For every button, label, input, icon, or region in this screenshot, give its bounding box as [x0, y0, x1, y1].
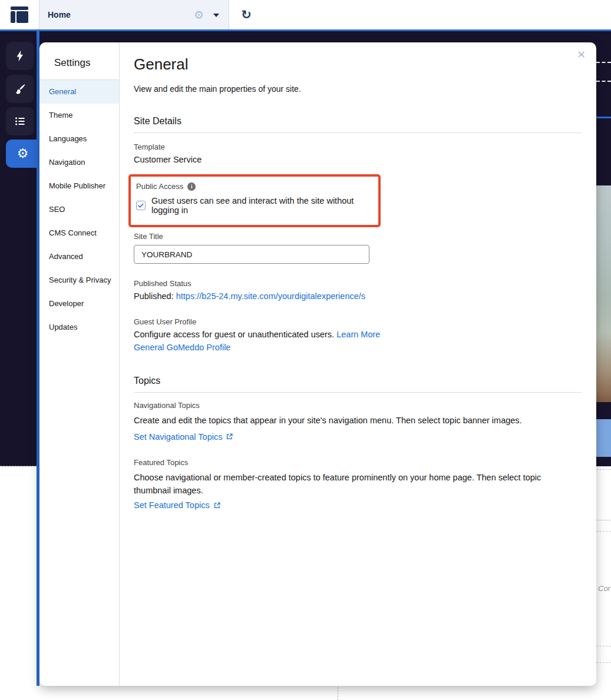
page-settings-gear-icon[interactable]: ⚙ — [194, 0, 204, 29]
preview-guide-line — [596, 469, 611, 470]
components-button[interactable] — [6, 42, 34, 70]
section-divider — [134, 392, 582, 393]
guest-profile-description: Configure access for guest or unauthenti… — [134, 330, 334, 339]
guest-profile-link[interactable]: General GoMeddo Profile — [134, 343, 230, 352]
settings-panel: Settings General Theme Languages Navigat… — [39, 42, 596, 686]
preview-dropzone-line — [596, 81, 611, 82]
chevron-down-icon[interactable] — [213, 14, 219, 17]
sidebar-item-mobile-publisher[interactable]: Mobile Publisher — [39, 174, 119, 198]
learn-more-link[interactable]: Learn More — [336, 330, 380, 339]
guest-user-profile-label: Guest User Profile — [134, 317, 582, 326]
close-icon[interactable]: ✕ — [577, 49, 586, 60]
settings-title: Settings — [39, 42, 119, 79]
page-subtitle: View and edit the main properties of you… — [134, 84, 582, 94]
public-access-checkbox[interactable] — [136, 201, 146, 210]
theme-button[interactable] — [6, 75, 34, 103]
public-access-checkbox-label: Guest users can see and interact with th… — [151, 196, 378, 215]
navigational-topics-label: Navigational Topics — [134, 401, 582, 410]
topics-heading: Topics — [134, 376, 582, 386]
info-icon[interactable]: i — [187, 183, 196, 191]
experience-builder-logo-icon — [11, 6, 28, 23]
checkmark-icon — [137, 202, 144, 209]
preview-guide-line — [596, 520, 611, 520]
paintbrush-icon — [14, 82, 27, 95]
preview-dropzone-line — [596, 62, 611, 63]
site-title-input[interactable] — [134, 245, 369, 264]
external-link-icon — [226, 433, 233, 440]
page-selector-label: Home — [48, 10, 71, 19]
sidebar-item-security-privacy[interactable]: Security & Privacy — [39, 268, 119, 292]
preview-guide-line — [596, 646, 611, 646]
preview-white-section: Cor — [596, 466, 611, 700]
site-preview-overflow: Cor — [596, 31, 611, 700]
preview-bottom-guide-line — [338, 687, 338, 700]
preview-blue-banner — [596, 419, 611, 457]
site-details-heading: Site Details — [134, 116, 582, 127]
guest-user-profile-text: Configure access for guest or unauthenti… — [134, 330, 582, 339]
navigational-topics-description: Create and edit the topics that appear i… — [134, 414, 564, 427]
preview-guide-line — [596, 531, 611, 532]
sidebar-item-theme[interactable]: Theme — [39, 104, 119, 127]
page-selector[interactable]: Home ⚙ — [39, 0, 229, 29]
lightning-bolt-icon — [14, 49, 27, 62]
preview-guide-line — [596, 662, 611, 663]
external-link-icon — [213, 502, 221, 509]
sidebar-item-general[interactable]: General — [39, 80, 119, 104]
published-status-value: Published: https://b25-24.my.site.com/yo… — [134, 291, 582, 301]
list-icon — [14, 115, 27, 128]
published-url-link[interactable]: https://b25-24.my.site.com/yourdigitalex… — [176, 291, 365, 301]
sidebar-item-advanced[interactable]: Advanced — [39, 245, 119, 268]
featured-topics-description: Choose navigational or member-created to… — [134, 472, 564, 497]
template-label: Template — [134, 142, 582, 151]
settings-sidebar: Settings General Theme Languages Navigat… — [39, 42, 120, 686]
builder-topbar: Home ⚙ ↻ — [0, 0, 611, 29]
set-navigational-topics-row: Set Navigational Topics — [134, 432, 582, 442]
public-access-label: Public Access — [136, 182, 183, 191]
published-status-label: Published Status — [134, 279, 582, 288]
guest-profile-link-row: General GoMeddo Profile — [134, 343, 582, 352]
sidebar-item-seo[interactable]: SEO — [39, 198, 119, 221]
preview-truncated-text: Cor — [598, 584, 610, 593]
public-access-highlight-box: Public Access i Guest users can see and … — [128, 174, 381, 227]
preview-hero-image — [596, 185, 611, 402]
template-value: Customer Service — [134, 155, 582, 164]
preview-accent-line — [596, 117, 611, 118]
sidebar-item-updates[interactable]: Updates — [39, 316, 119, 339]
page-title: General — [134, 55, 582, 74]
settings-content: ✕ General View and edit the main propert… — [120, 42, 596, 686]
featured-topics-label: Featured Topics — [134, 458, 582, 467]
structure-button[interactable] — [6, 107, 34, 135]
sidebar-item-cms-connect[interactable]: CMS Connect — [39, 221, 119, 245]
section-divider — [134, 132, 582, 133]
set-featured-topics-link[interactable]: Set Featured Topics — [134, 500, 210, 510]
settings-button[interactable]: ⚙ — [6, 140, 39, 168]
published-prefix: Published: — [134, 291, 174, 301]
refresh-button[interactable]: ↻ — [235, 0, 258, 29]
set-featured-topics-row: Set Featured Topics — [134, 500, 582, 510]
sidebar-item-developer[interactable]: Developer — [39, 292, 119, 316]
set-navigational-topics-link[interactable]: Set Navigational Topics — [134, 432, 222, 442]
sidebar-item-languages[interactable]: Languages — [39, 127, 119, 151]
gear-icon: ⚙ — [17, 147, 29, 160]
topbar-accent-line — [0, 29, 611, 31]
sidebar-item-navigation[interactable]: Navigation — [39, 151, 119, 174]
site-title-label: Site Title — [134, 232, 582, 241]
